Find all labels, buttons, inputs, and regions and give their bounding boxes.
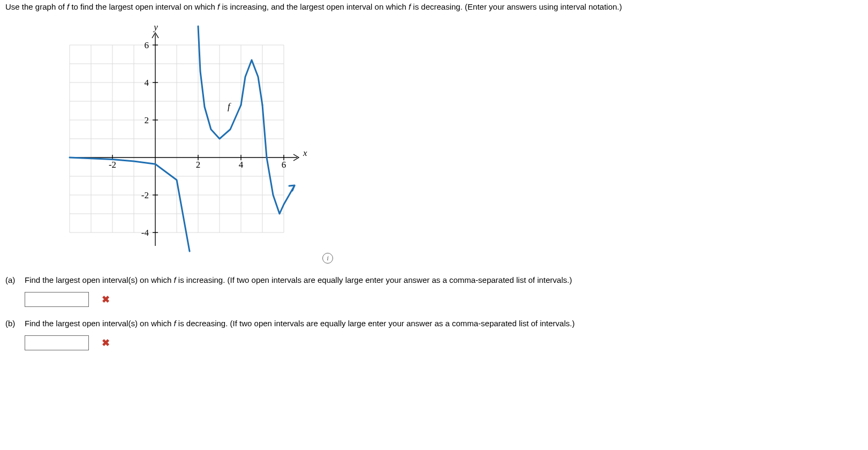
axis-labels: y x f -2 2 4 6 6 4 2 -2 -4 <box>109 22 307 238</box>
part-b-text: Find the largest open interval(s) on whi… <box>25 319 863 328</box>
x-axis-label: x <box>303 148 307 158</box>
function-graph: y x f -2 2 4 6 6 4 2 -2 -4 <box>59 21 316 262</box>
instruction-mid1: to find the largest open interval on whi… <box>69 2 217 11</box>
instruction-post: is decreasing. (Enter your answers using… <box>411 2 622 11</box>
x-tick-4: 4 <box>239 160 244 170</box>
instruction-pre: Use the graph of <box>5 2 67 11</box>
graph-container: y x f -2 2 4 6 6 4 2 -2 -4 i <box>59 21 863 264</box>
y-tick-4: 4 <box>145 78 149 88</box>
y-tick-neg4: -4 <box>141 228 149 238</box>
instruction-mid2: is increasing, and the largest open inte… <box>220 2 409 11</box>
instruction-text: Use the graph of f to find the largest o… <box>5 2 863 11</box>
y-tick-6: 6 <box>145 40 149 50</box>
part-b-label: (b) <box>5 319 25 350</box>
info-icon[interactable]: i <box>322 253 333 264</box>
x-tick-2: 2 <box>196 160 201 170</box>
part-b-input[interactable] <box>25 335 89 350</box>
part-a-text: Find the largest open interval(s) on whi… <box>25 275 863 284</box>
part-a: (a) Find the largest open interval(s) on… <box>5 275 863 307</box>
y-tick-neg2: -2 <box>141 190 149 200</box>
part-b-incorrect-icon: ✖ <box>102 337 110 349</box>
x-tick-neg2: -2 <box>109 160 116 170</box>
part-a-incorrect-icon: ✖ <box>102 294 110 305</box>
part-a-input[interactable] <box>25 292 89 307</box>
y-axis-label: y <box>153 22 158 32</box>
part-b: (b) Find the largest open interval(s) on… <box>5 319 863 350</box>
grid <box>70 45 284 232</box>
part-a-label: (a) <box>5 275 25 307</box>
f-curve-label: f <box>228 101 231 111</box>
y-tick-2: 2 <box>145 115 149 125</box>
x-tick-6: 6 <box>282 160 286 170</box>
